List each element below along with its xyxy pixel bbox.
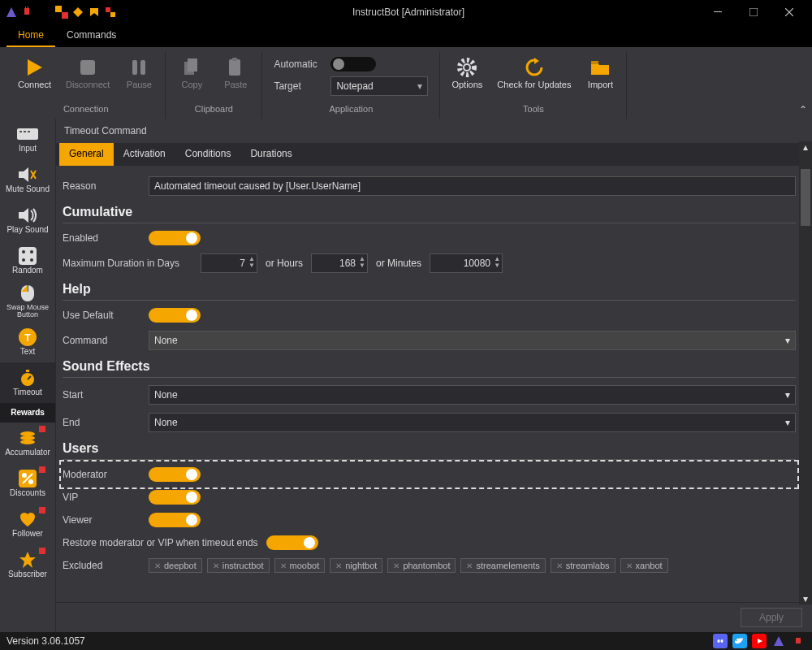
hours-input[interactable]: 168▲▼ (311, 254, 368, 273)
viewer-toggle[interactable] (149, 513, 201, 527)
sidebar-item-mute-sound[interactable]: Mute Sound (0, 159, 55, 200)
remove-icon[interactable]: ✕ (280, 561, 287, 570)
excluded-tag[interactable]: ✕phantombot (387, 558, 456, 573)
close-button[interactable] (771, 0, 807, 24)
ribbon-group-application: Automatic Target Notepad ▾ Application (262, 52, 440, 119)
copy-icon (179, 55, 204, 80)
ribbon-group-label: Application (329, 104, 373, 114)
remove-icon[interactable]: ✕ (626, 561, 633, 570)
excluded-tag[interactable]: ✕moobot (274, 558, 326, 573)
days-input[interactable]: 7▲▼ (201, 254, 257, 273)
svg-rect-12 (132, 60, 137, 75)
qat-icon-2[interactable] (71, 6, 84, 19)
svg-rect-15 (188, 58, 197, 72)
target-select[interactable]: Notepad ▾ (330, 76, 428, 96)
tab-commands[interactable]: Commands (55, 24, 127, 47)
remove-icon[interactable]: ✕ (393, 561, 400, 570)
form-scroll[interactable]: Reason Automated timeout caused by [User… (56, 166, 812, 602)
minimize-button[interactable] (700, 0, 736, 24)
stack-icon (17, 429, 38, 447)
youtube-icon[interactable] (752, 634, 767, 648)
remove-icon[interactable]: ✕ (213, 561, 219, 570)
connect-button[interactable]: Connect (13, 52, 56, 101)
excluded-tag[interactable]: ✕xanbot (620, 558, 668, 573)
section-users: Users (63, 441, 796, 456)
use-default-toggle[interactable] (149, 308, 201, 323)
excluded-tag[interactable]: ✕streamlabs (551, 558, 615, 573)
apply-button[interactable]: Apply (741, 608, 802, 627)
sidebar-item-text[interactable]: T Text (0, 322, 55, 362)
sidebar-item-play-sound[interactable]: Play Sound (0, 200, 55, 240)
sidebar-item-accumulator[interactable]: Accumulator (0, 422, 55, 463)
check-updates-button[interactable]: Check for Updates (492, 52, 576, 101)
sidebar-item-follower[interactable]: Follower (0, 504, 55, 544)
content-tabs: General Activation Conditions Durations (56, 143, 812, 166)
svg-point-31 (22, 258, 25, 262)
sidebar-item-rewards[interactable]: Rewards (0, 403, 55, 422)
sidebar-item-discounts[interactable]: Discounts (0, 463, 55, 504)
keyboard-icon (17, 125, 38, 143)
discord-icon[interactable] (713, 634, 728, 648)
svg-rect-2 (25, 6, 26, 9)
subtab-activation[interactable]: Activation (114, 143, 175, 166)
svg-point-19 (464, 64, 470, 71)
sidebar-item-subscriber[interactable]: Subscriber (0, 544, 55, 585)
excluded-tag[interactable]: ✕streamelements (460, 558, 545, 573)
plug-status-icon[interactable] (791, 634, 806, 648)
reason-input[interactable]: Automated timeout caused by [User.UserNa… (149, 176, 796, 196)
paste-button: Paste (216, 52, 255, 101)
end-label: End (63, 417, 140, 428)
qat-icon-3[interactable] (88, 6, 101, 19)
sidebar-item-swap-mouse[interactable]: Swap Mouse Button (0, 281, 55, 322)
sidebar-item-timeout[interactable]: Timeout (0, 362, 55, 403)
svg-marker-48 (774, 636, 784, 646)
viewer-label: Viewer (63, 514, 140, 526)
maximize-button[interactable] (736, 0, 771, 24)
svg-rect-21 (591, 61, 598, 64)
section-sfx: Sound Effects (63, 359, 796, 374)
ribbon-collapse-button[interactable]: ⌃ (799, 104, 807, 115)
moderator-toggle[interactable] (149, 467, 201, 482)
excluded-tag[interactable]: ✕instructbot (207, 558, 270, 573)
automatic-label: Automatic (274, 58, 322, 70)
svg-rect-49 (796, 638, 801, 644)
svg-marker-47 (758, 639, 762, 644)
subtab-general[interactable]: General (59, 143, 114, 166)
remove-icon[interactable]: ✕ (556, 561, 563, 570)
vip-toggle[interactable] (149, 490, 201, 505)
vertical-scrollbar[interactable]: ▴▾ (799, 141, 812, 604)
remove-icon[interactable]: ✕ (335, 561, 342, 570)
qat-icon-1[interactable] (55, 6, 68, 19)
import-button[interactable]: Import (581, 52, 620, 101)
or-minutes-label: or Minutes (376, 258, 421, 269)
ribbon-group-connection: Connect Disconnect Pause Connection (6, 52, 166, 119)
options-button[interactable]: Options (447, 52, 487, 101)
svg-rect-22 (17, 128, 38, 140)
excluded-tags[interactable]: ✕deepbot✕instructbot✕moobot✕nightbot✕pha… (149, 558, 796, 573)
sidebar-item-input[interactable]: Input (0, 119, 55, 159)
ribbon: Connect Disconnect Pause Connection Copy… (0, 47, 812, 119)
qat-icon-4[interactable] (104, 6, 117, 19)
remove-icon[interactable]: ✕ (154, 561, 161, 570)
remove-icon[interactable]: ✕ (466, 561, 473, 570)
minutes-input[interactable]: 10080▲▼ (430, 254, 503, 273)
mouse-icon (17, 284, 38, 302)
reason-label: Reason (63, 180, 140, 192)
sidebar-item-random[interactable]: Random (0, 240, 55, 281)
enabled-toggle[interactable] (149, 231, 201, 245)
excluded-tag[interactable]: ✕nightbot (330, 558, 382, 573)
restore-toggle[interactable] (266, 535, 318, 550)
end-select[interactable]: None▾ (149, 413, 796, 432)
start-select[interactable]: None▾ (149, 385, 796, 405)
subtab-durations[interactable]: Durations (240, 143, 301, 166)
subtab-conditions[interactable]: Conditions (175, 143, 241, 166)
titlebar: InstructBot [Administrator] (0, 0, 812, 24)
excluded-tag[interactable]: ✕deepbot (149, 558, 202, 573)
automatic-toggle[interactable] (330, 57, 376, 72)
svg-marker-20 (534, 58, 539, 64)
bot-status-icon[interactable] (771, 634, 786, 648)
svg-marker-44 (19, 552, 36, 568)
twitter-icon[interactable] (732, 634, 747, 648)
gear-icon (455, 55, 479, 80)
tab-home[interactable]: Home (6, 24, 55, 47)
